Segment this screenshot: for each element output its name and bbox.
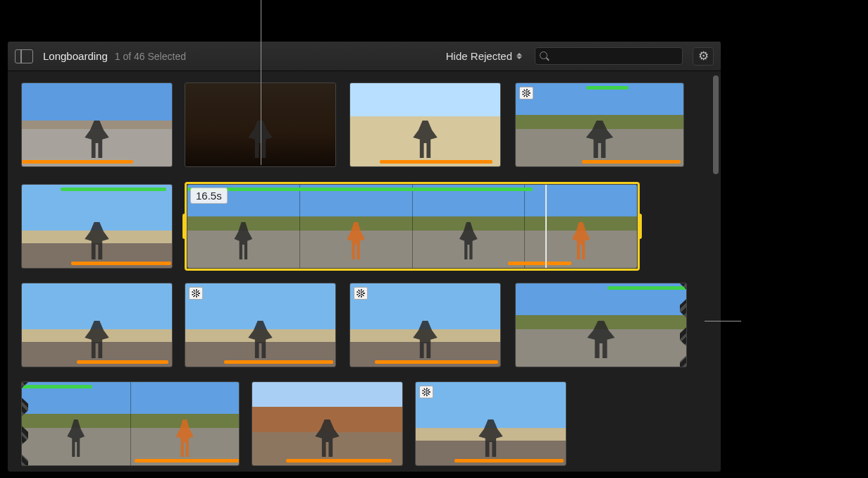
- skimmer-playhead[interactable]: [545, 185, 547, 268]
- clip-thumbnail[interactable]: [21, 381, 240, 466]
- proxy-badge-icon: [419, 386, 433, 398]
- event-browser-panel: Longboarding 1 of 46 Selected Hide Rejec…: [7, 41, 721, 472]
- keyword-marker: [135, 459, 240, 462]
- clip-thumbnail[interactable]: [21, 184, 173, 269]
- clip-thumbnail[interactable]: [349, 82, 501, 167]
- proxy-badge-icon: [354, 287, 368, 300]
- keyword-marker: [582, 160, 681, 164]
- favorite-marker: [61, 188, 166, 191]
- clip-thumbnail[interactable]: [415, 381, 566, 466]
- scrollbar-thumb[interactable]: [713, 75, 719, 174]
- search-icon: [540, 51, 550, 61]
- clip-thumbnail[interactable]: [515, 283, 687, 367]
- proxy-badge-icon: [189, 287, 203, 300]
- favorite-marker: [607, 286, 686, 290]
- event-title: Longboarding: [43, 50, 108, 62]
- scrollbar-track[interactable]: [712, 75, 719, 467]
- title-group: Longboarding 1 of 46 Selected: [43, 50, 186, 62]
- clip-thumbnail[interactable]: [21, 82, 173, 167]
- keyword-marker: [375, 360, 498, 364]
- search-field[interactable]: [535, 47, 683, 65]
- selection-duration-label: 16.5s: [190, 188, 228, 204]
- keyword-marker: [454, 459, 564, 462]
- clip-thumbnail[interactable]: [349, 283, 501, 367]
- keyword-marker: [77, 360, 168, 364]
- keyword-marker: [508, 262, 571, 265]
- clip-thumbnail[interactable]: [21, 283, 173, 367]
- gear-icon: ⚙: [698, 49, 709, 63]
- sidebar-toggle-icon[interactable]: [15, 49, 33, 63]
- clip-thumbnail[interactable]: 16.5s: [187, 184, 638, 269]
- clip-thumbnail[interactable]: [252, 381, 403, 466]
- favorite-marker: [586, 86, 628, 90]
- selection-handle-right[interactable]: [638, 214, 642, 239]
- chevron-updown-icon: [516, 51, 522, 61]
- callout-line-right: [705, 321, 741, 321]
- keyword-marker: [380, 160, 492, 164]
- filter-popup-button[interactable]: Hide Rejected: [443, 49, 525, 63]
- browser-toolbar: Longboarding 1 of 46 Selected Hide Rejec…: [8, 42, 721, 71]
- favorite-marker: [22, 385, 92, 388]
- selection-count: 1 of 46 Selected: [115, 51, 186, 62]
- keyword-marker: [286, 459, 392, 462]
- browser-body[interactable]: 16.5s: [8, 71, 721, 472]
- selection-handle-left[interactable]: [182, 214, 187, 239]
- clip-thumbnail[interactable]: [185, 283, 336, 367]
- keyword-marker: [71, 262, 171, 265]
- favorite-marker: [187, 188, 533, 191]
- filter-popup-label: Hide Rejected: [446, 50, 512, 62]
- proxy-badge-icon: [519, 87, 533, 99]
- search-input[interactable]: [554, 51, 678, 61]
- callout-line-top: [261, 0, 261, 165]
- keyword-marker: [224, 360, 333, 364]
- clip-appearance-button[interactable]: ⚙: [693, 47, 714, 66]
- keyword-marker: [22, 160, 133, 164]
- clip-thumbnail[interactable]: [515, 82, 684, 167]
